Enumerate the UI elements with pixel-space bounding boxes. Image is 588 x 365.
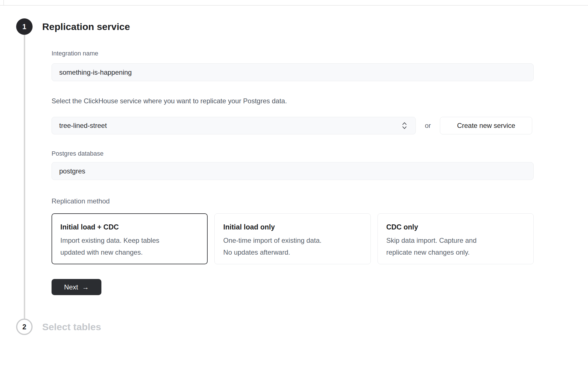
step-1-rail: 1 <box>16 18 33 319</box>
step-2-section: 2 Select tables <box>16 319 588 335</box>
step-1-section: 1 Replication service Integration name S… <box>16 18 588 319</box>
integration-name-input[interactable] <box>52 63 534 81</box>
option-title: CDC only <box>386 222 525 231</box>
arrow-right-icon: → <box>82 284 89 291</box>
step-2-indicator: 2 <box>16 319 33 335</box>
step-2-body: Select tables <box>33 319 588 335</box>
or-separator-text: or <box>425 122 431 130</box>
next-button[interactable]: Next → <box>52 279 101 295</box>
step-1-indicator: 1 <box>16 18 33 35</box>
replication-method-options: Initial load + CDC Import existing data.… <box>52 213 534 264</box>
replication-method-label: Replication method <box>52 197 534 205</box>
step-2-title: Select tables <box>42 319 588 335</box>
next-button-label: Next <box>64 283 78 291</box>
step-1-body: Replication service Integration name Sel… <box>33 18 588 319</box>
option-description: Import existing data. Keep tables update… <box>60 235 199 258</box>
step-1-content: Integration name Select the ClickHouse s… <box>52 35 534 319</box>
option-description: One-time import of existing data. No upd… <box>223 235 362 258</box>
step-1-number: 1 <box>22 23 26 31</box>
option-title: Initial load + CDC <box>60 222 199 231</box>
top-divider <box>0 0 588 6</box>
clickhouse-service-select[interactable]: tree-lined-street <box>52 117 416 134</box>
service-select-description: Select the ClickHouse service where you … <box>52 97 534 105</box>
corner-divider-stub <box>3 0 4 6</box>
step-2-number: 2 <box>22 323 26 331</box>
step-1-title: Replication service <box>42 18 588 35</box>
replication-setup-wizard: 1 Replication service Integration name S… <box>0 6 588 335</box>
chevron-up-down-icon <box>402 121 407 130</box>
create-new-service-button[interactable]: Create new service <box>440 117 532 134</box>
option-card-cdc-only[interactable]: CDC only Skip data import. Capture and r… <box>378 213 534 264</box>
integration-name-label: Integration name <box>52 50 534 57</box>
option-description: Skip data import. Capture and replicate … <box>386 235 525 258</box>
step-2-rail: 2 <box>16 319 33 335</box>
option-card-initial-load-only[interactable]: Initial load only One-time import of exi… <box>214 213 370 264</box>
service-select-row: tree-lined-street or Create new service <box>52 117 534 134</box>
selected-service-value: tree-lined-street <box>59 122 107 130</box>
postgres-database-input[interactable] <box>52 162 534 180</box>
step-connector-line <box>24 35 25 319</box>
option-card-initial-load-cdc[interactable]: Initial load + CDC Import existing data.… <box>52 213 208 264</box>
postgres-database-label: Postgres database <box>52 150 534 157</box>
option-title: Initial load only <box>223 222 362 231</box>
